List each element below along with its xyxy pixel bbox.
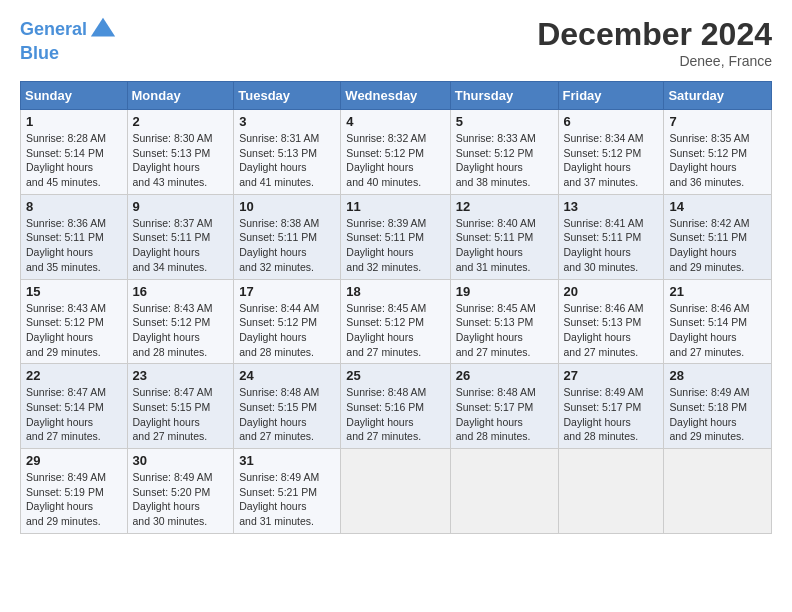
calendar-week-row: 15 Sunrise: 8:43 AM Sunset: 5:12 PM Dayl… [21,279,772,364]
day-number: 26 [456,368,553,383]
logo-subtext: Blue [20,44,117,64]
day-number: 28 [669,368,766,383]
calendar-cell: 30 Sunrise: 8:49 AM Sunset: 5:20 PM Dayl… [127,449,234,534]
day-number: 9 [133,199,229,214]
calendar-table: SundayMondayTuesdayWednesdayThursdayFrid… [20,81,772,534]
day-number: 15 [26,284,122,299]
calendar-cell: 1 Sunrise: 8:28 AM Sunset: 5:14 PM Dayli… [21,110,128,195]
calendar-cell: 24 Sunrise: 8:48 AM Sunset: 5:15 PM Dayl… [234,364,341,449]
calendar-cell: 4 Sunrise: 8:32 AM Sunset: 5:12 PM Dayli… [341,110,450,195]
day-info: Sunrise: 8:40 AM Sunset: 5:11 PM Dayligh… [456,216,553,275]
day-info: Sunrise: 8:43 AM Sunset: 5:12 PM Dayligh… [26,301,122,360]
calendar-cell: 26 Sunrise: 8:48 AM Sunset: 5:17 PM Dayl… [450,364,558,449]
day-info: Sunrise: 8:46 AM Sunset: 5:13 PM Dayligh… [564,301,659,360]
day-info: Sunrise: 8:33 AM Sunset: 5:12 PM Dayligh… [456,131,553,190]
day-number: 2 [133,114,229,129]
day-info: Sunrise: 8:49 AM Sunset: 5:21 PM Dayligh… [239,470,335,529]
day-number: 8 [26,199,122,214]
day-info: Sunrise: 8:35 AM Sunset: 5:12 PM Dayligh… [669,131,766,190]
day-number: 29 [26,453,122,468]
logo: General Blue [20,16,117,64]
day-number: 25 [346,368,444,383]
day-number: 14 [669,199,766,214]
day-number: 21 [669,284,766,299]
day-number: 12 [456,199,553,214]
weekday-header: Friday [558,82,664,110]
day-number: 11 [346,199,444,214]
day-number: 18 [346,284,444,299]
day-number: 22 [26,368,122,383]
calendar-cell: 23 Sunrise: 8:47 AM Sunset: 5:15 PM Dayl… [127,364,234,449]
title-area: December 2024 Denee, France [537,16,772,69]
calendar-cell [341,449,450,534]
calendar-cell: 20 Sunrise: 8:46 AM Sunset: 5:13 PM Dayl… [558,279,664,364]
day-info: Sunrise: 8:46 AM Sunset: 5:14 PM Dayligh… [669,301,766,360]
day-number: 17 [239,284,335,299]
calendar-cell: 17 Sunrise: 8:44 AM Sunset: 5:12 PM Dayl… [234,279,341,364]
calendar-cell: 7 Sunrise: 8:35 AM Sunset: 5:12 PM Dayli… [664,110,772,195]
calendar-cell: 16 Sunrise: 8:43 AM Sunset: 5:12 PM Dayl… [127,279,234,364]
day-info: Sunrise: 8:42 AM Sunset: 5:11 PM Dayligh… [669,216,766,275]
header: General Blue December 2024 Denee, France [20,16,772,69]
day-info: Sunrise: 8:49 AM Sunset: 5:20 PM Dayligh… [133,470,229,529]
day-info: Sunrise: 8:47 AM Sunset: 5:14 PM Dayligh… [26,385,122,444]
day-info: Sunrise: 8:48 AM Sunset: 5:15 PM Dayligh… [239,385,335,444]
calendar-cell: 5 Sunrise: 8:33 AM Sunset: 5:12 PM Dayli… [450,110,558,195]
weekday-header: Saturday [664,82,772,110]
calendar-cell: 28 Sunrise: 8:49 AM Sunset: 5:18 PM Dayl… [664,364,772,449]
calendar-cell: 29 Sunrise: 8:49 AM Sunset: 5:19 PM Dayl… [21,449,128,534]
logo-icon [89,16,117,44]
day-info: Sunrise: 8:48 AM Sunset: 5:17 PM Dayligh… [456,385,553,444]
calendar-cell: 8 Sunrise: 8:36 AM Sunset: 5:11 PM Dayli… [21,194,128,279]
weekday-header: Wednesday [341,82,450,110]
weekday-header: Sunday [21,82,128,110]
day-info: Sunrise: 8:36 AM Sunset: 5:11 PM Dayligh… [26,216,122,275]
calendar-cell: 2 Sunrise: 8:30 AM Sunset: 5:13 PM Dayli… [127,110,234,195]
calendar-cell: 21 Sunrise: 8:46 AM Sunset: 5:14 PM Dayl… [664,279,772,364]
day-info: Sunrise: 8:44 AM Sunset: 5:12 PM Dayligh… [239,301,335,360]
svg-marker-0 [91,18,115,37]
day-info: Sunrise: 8:28 AM Sunset: 5:14 PM Dayligh… [26,131,122,190]
calendar-cell: 13 Sunrise: 8:41 AM Sunset: 5:11 PM Dayl… [558,194,664,279]
day-info: Sunrise: 8:38 AM Sunset: 5:11 PM Dayligh… [239,216,335,275]
day-info: Sunrise: 8:49 AM Sunset: 5:17 PM Dayligh… [564,385,659,444]
location: Denee, France [537,53,772,69]
calendar-week-row: 8 Sunrise: 8:36 AM Sunset: 5:11 PM Dayli… [21,194,772,279]
calendar-cell: 14 Sunrise: 8:42 AM Sunset: 5:11 PM Dayl… [664,194,772,279]
weekday-header: Thursday [450,82,558,110]
calendar-cell: 22 Sunrise: 8:47 AM Sunset: 5:14 PM Dayl… [21,364,128,449]
day-number: 10 [239,199,335,214]
calendar-cell: 27 Sunrise: 8:49 AM Sunset: 5:17 PM Dayl… [558,364,664,449]
day-number: 19 [456,284,553,299]
calendar-cell [450,449,558,534]
calendar-cell: 25 Sunrise: 8:48 AM Sunset: 5:16 PM Dayl… [341,364,450,449]
calendar-cell [664,449,772,534]
day-info: Sunrise: 8:32 AM Sunset: 5:12 PM Dayligh… [346,131,444,190]
page: General Blue December 2024 Denee, France… [0,0,792,544]
calendar-week-row: 1 Sunrise: 8:28 AM Sunset: 5:14 PM Dayli… [21,110,772,195]
day-number: 27 [564,368,659,383]
day-number: 6 [564,114,659,129]
calendar-week-row: 29 Sunrise: 8:49 AM Sunset: 5:19 PM Dayl… [21,449,772,534]
weekday-header-row: SundayMondayTuesdayWednesdayThursdayFrid… [21,82,772,110]
calendar-cell: 10 Sunrise: 8:38 AM Sunset: 5:11 PM Dayl… [234,194,341,279]
day-info: Sunrise: 8:37 AM Sunset: 5:11 PM Dayligh… [133,216,229,275]
day-info: Sunrise: 8:48 AM Sunset: 5:16 PM Dayligh… [346,385,444,444]
logo-text: General [20,20,87,40]
day-number: 16 [133,284,229,299]
day-number: 24 [239,368,335,383]
day-info: Sunrise: 8:49 AM Sunset: 5:18 PM Dayligh… [669,385,766,444]
day-number: 7 [669,114,766,129]
day-number: 20 [564,284,659,299]
day-info: Sunrise: 8:45 AM Sunset: 5:12 PM Dayligh… [346,301,444,360]
calendar-cell: 18 Sunrise: 8:45 AM Sunset: 5:12 PM Dayl… [341,279,450,364]
day-number: 1 [26,114,122,129]
day-info: Sunrise: 8:39 AM Sunset: 5:11 PM Dayligh… [346,216,444,275]
calendar-week-row: 22 Sunrise: 8:47 AM Sunset: 5:14 PM Dayl… [21,364,772,449]
day-info: Sunrise: 8:41 AM Sunset: 5:11 PM Dayligh… [564,216,659,275]
weekday-header: Monday [127,82,234,110]
day-number: 3 [239,114,335,129]
day-info: Sunrise: 8:47 AM Sunset: 5:15 PM Dayligh… [133,385,229,444]
day-info: Sunrise: 8:30 AM Sunset: 5:13 PM Dayligh… [133,131,229,190]
calendar-cell: 6 Sunrise: 8:34 AM Sunset: 5:12 PM Dayli… [558,110,664,195]
